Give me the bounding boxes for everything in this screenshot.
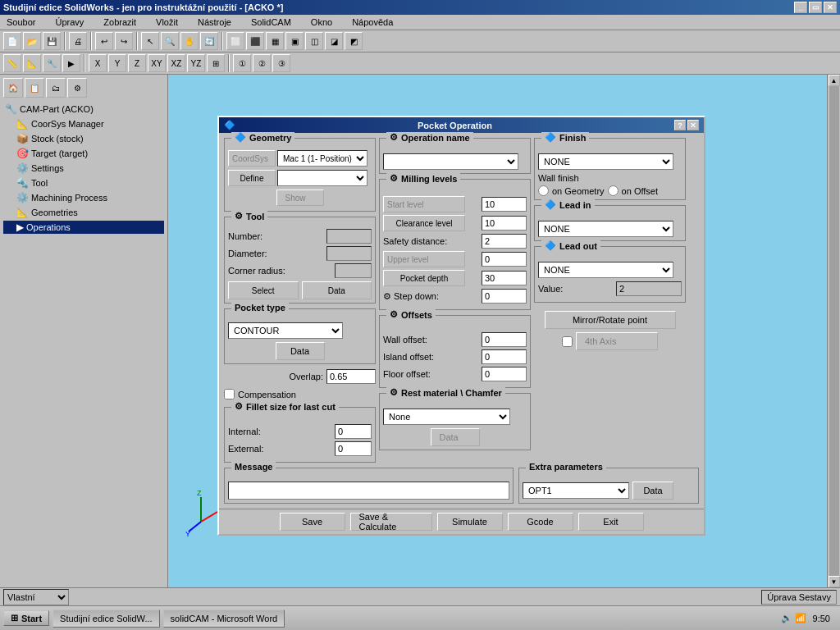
t3-btn[interactable]: ③ (272, 54, 290, 72)
minimize-btn[interactable]: _ (794, 2, 807, 13)
tool-data-btn[interactable]: Data (302, 281, 372, 299)
restore-btn[interactable]: ▭ (809, 2, 822, 13)
xz-btn[interactable]: XZ (167, 54, 185, 72)
sidebar-item-stock[interactable]: 📦 Stock (stock) (3, 132, 164, 145)
print-btn[interactable]: 🖨 (69, 32, 87, 50)
fourth-axis-checkbox[interactable] (562, 336, 573, 347)
operation-name-select[interactable] (383, 153, 518, 170)
redo-btn[interactable]: ↪ (115, 32, 133, 50)
sim-btn[interactable]: ▶ (62, 54, 80, 72)
select-btn[interactable]: ↖ (141, 32, 159, 50)
sidebar-btn-2[interactable]: 📋 (25, 78, 44, 98)
z-btn[interactable]: Z (128, 54, 146, 72)
save-btn[interactable]: 💾 (43, 32, 61, 50)
y-btn[interactable]: Y (108, 54, 126, 72)
upper-level-input[interactable] (482, 252, 527, 267)
yz-btn[interactable]: YZ (187, 54, 205, 72)
compensation-checkbox[interactable] (224, 389, 235, 399)
scroll-down-btn[interactable]: ▼ (829, 576, 840, 587)
fillet-internal-input[interactable] (335, 424, 372, 439)
sidebar-item-target[interactable]: 🎯 Target (target) (3, 147, 164, 160)
zoom-btn[interactable]: 🔍 (161, 32, 179, 50)
sidebar-item-machining-process[interactable]: ⚙️ Machining Process (3, 191, 164, 204)
exit-button[interactable]: Exit (578, 513, 644, 531)
menu-napoveda[interactable]: Nápověda (349, 16, 396, 28)
extra-params-data-btn[interactable]: Data (632, 482, 673, 500)
pocket-depth-input[interactable] (482, 271, 527, 285)
lead-in-select[interactable]: NONE Line Arc (538, 221, 673, 237)
sidebar-item-operations[interactable]: ▶ Operations (3, 221, 164, 234)
clearance-level-input[interactable] (482, 216, 527, 231)
open-btn[interactable]: 📂 (23, 32, 41, 50)
sidebar-item-geometries[interactable]: 📐 Geometries (3, 206, 164, 219)
message-input[interactable] (228, 482, 509, 500)
x-btn[interactable]: X (89, 54, 107, 72)
view2-btn[interactable]: ⬛ (246, 32, 264, 50)
menu-solidcam[interactable]: SolidCAM (248, 16, 294, 28)
view-select[interactable]: Vlastní (3, 589, 69, 605)
geometry-value-select[interactable] (277, 170, 368, 186)
view1-btn[interactable]: ⬜ (226, 32, 244, 50)
rotate-btn[interactable]: 🔄 (200, 32, 218, 50)
rest-material-select[interactable]: None Rest material Chamfer (383, 409, 510, 425)
menu-okno[interactable]: Okno (308, 16, 336, 28)
pocket-depth-btn[interactable]: Pocket depth (383, 270, 465, 286)
mirror-rotate-btn[interactable]: Mirror/Rotate point (545, 311, 676, 329)
sidebar-item-tool[interactable]: 🔩 Tool (3, 176, 164, 189)
menu-soubor[interactable]: Soubor (3, 16, 39, 28)
lead-out-value-input[interactable] (616, 281, 682, 296)
finish-select[interactable]: NONE Profile Floor (538, 153, 673, 170)
sidebar-item-settings[interactable]: ⚙️ Settings (3, 162, 164, 175)
island-offset-input[interactable] (482, 349, 527, 364)
taskbar-item-solidworks[interactable]: Studijní edice SolidW... (52, 609, 160, 628)
scroll-up-btn[interactable]: ▲ (829, 75, 840, 86)
tool-corner-input[interactable] (335, 263, 372, 278)
t1-btn[interactable]: ① (233, 54, 251, 72)
wall-finish-offset-radio[interactable] (608, 185, 619, 196)
cam-btn[interactable]: 🔧 (43, 54, 61, 72)
pocket-type-select[interactable]: CONTOUR OPEN POCKET CLOSED POCKET (228, 322, 343, 339)
wall-offset-input[interactable] (482, 332, 527, 347)
extra-params-select[interactable]: OPT1 OPT2 (523, 482, 629, 499)
safety-distance-input[interactable] (482, 234, 527, 249)
menu-upravy[interactable]: Úpravy (52, 16, 87, 28)
tool-select-btn[interactable]: Select (228, 281, 299, 299)
view7-btn[interactable]: ◩ (345, 32, 363, 50)
tool-diameter-input[interactable] (326, 246, 372, 261)
view3-btn[interactable]: ▦ (266, 32, 284, 50)
view6-btn[interactable]: ◪ (325, 32, 343, 50)
floor-offset-input[interactable] (482, 367, 527, 381)
iso-btn[interactable]: ⊞ (207, 54, 225, 72)
lead-out-select[interactable]: NONE Line Arc (538, 262, 673, 278)
clearance-level-btn[interactable]: Clearance level (383, 215, 465, 231)
new-btn[interactable]: 📄 (3, 32, 21, 50)
save-calculate-button[interactable]: Save & Calculate (350, 513, 432, 531)
mac-select[interactable]: Mac 1 (1- Position) (277, 150, 368, 167)
pan-btn[interactable]: ✋ (180, 32, 199, 50)
t2-btn[interactable]: ② (253, 54, 271, 72)
define-btn[interactable]: Define (228, 170, 276, 186)
view4-btn[interactable]: ▣ (285, 32, 304, 50)
menu-nastroje[interactable]: Nástroje (194, 16, 235, 28)
sidebar-btn-4[interactable]: ⚙ (67, 78, 87, 98)
undo-btn[interactable]: ↩ (95, 32, 113, 50)
wall-finish-geometry-radio[interactable] (538, 185, 549, 196)
close-btn[interactable]: ✕ (824, 2, 837, 13)
menu-vlozit[interactable]: Vložit (153, 16, 181, 28)
overlap-input[interactable] (326, 369, 376, 384)
dialog-help-btn[interactable]: ? (674, 120, 686, 130)
tool-number-input[interactable] (326, 229, 372, 244)
sidebar-btn-1[interactable]: 🏠 (3, 78, 23, 98)
sidebar-btn-3[interactable]: 🗂 (46, 78, 66, 98)
dialog-close-btn[interactable]: ✕ (687, 120, 699, 130)
gcode-button[interactable]: Gcode (508, 513, 573, 531)
menu-zobrazit[interactable]: Zobrazit (100, 16, 139, 28)
coord-btn[interactable]: 📏 (3, 54, 21, 72)
pocket-data-btn[interactable]: Data (276, 342, 325, 360)
simulate-button[interactable]: Simulate (437, 513, 503, 531)
view5-btn[interactable]: ◫ (305, 32, 323, 50)
taskbar-item-word[interactable]: solidCAM - Microsoft Word (163, 609, 285, 628)
sidebar-item-cam-part[interactable]: 🔧 CAM-Part (ACKO) (3, 103, 164, 116)
sidebar-item-coordsys[interactable]: 📐 CoorSys Manager (3, 117, 164, 130)
xy-btn[interactable]: XY (148, 54, 166, 72)
